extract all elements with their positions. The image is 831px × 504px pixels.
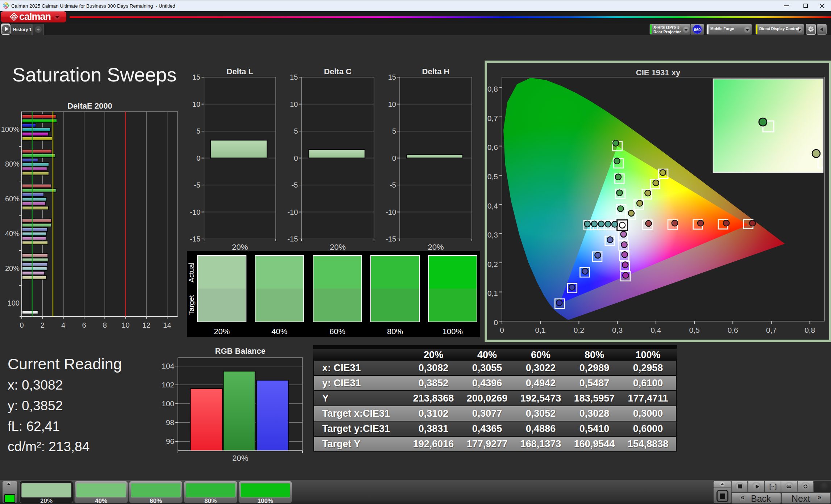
svg-text:0: 0 [392, 154, 396, 162]
svg-text:20%: 20% [5, 264, 20, 272]
svg-text:0: 0 [494, 318, 498, 327]
svg-text:0,8: 0,8 [805, 326, 815, 334]
svg-text:98: 98 [166, 418, 174, 427]
svg-text:100: 100 [162, 399, 174, 408]
svg-text:-15: -15 [386, 235, 396, 243]
svg-text:0,4: 0,4 [487, 202, 498, 210]
svg-text:DeltaE 2000: DeltaE 2000 [67, 102, 112, 110]
svg-text:5: 5 [294, 127, 298, 135]
svg-text:14: 14 [163, 321, 171, 329]
svg-text:10: 10 [388, 100, 396, 108]
svg-text:10: 10 [121, 321, 129, 329]
svg-text:4: 4 [61, 321, 65, 329]
svg-text:20%: 20% [330, 243, 346, 252]
svg-text:-5: -5 [390, 181, 396, 189]
svg-text:20%: 20% [428, 243, 444, 252]
svg-text:0: 0 [20, 321, 24, 329]
svg-text:RGB Balance: RGB Balance [215, 348, 265, 356]
svg-text:20%: 20% [232, 454, 248, 463]
svg-text:0,2: 0,2 [574, 326, 584, 334]
svg-text:8: 8 [103, 321, 107, 329]
svg-text:0,6: 0,6 [487, 143, 498, 151]
svg-text:100: 100 [8, 299, 20, 307]
svg-text:2: 2 [41, 321, 45, 329]
svg-text:0,5: 0,5 [487, 172, 498, 181]
svg-text:0: 0 [500, 326, 504, 334]
svg-text:0: 0 [196, 154, 200, 162]
svg-text:15: 15 [290, 73, 298, 81]
svg-text:80%: 80% [5, 160, 20, 168]
svg-text:104: 104 [162, 362, 174, 370]
svg-text:12: 12 [142, 321, 150, 329]
svg-text:Delta C: Delta C [324, 68, 352, 76]
svg-text:0,8: 0,8 [487, 85, 498, 93]
svg-text:15: 15 [388, 73, 396, 81]
svg-text:100%: 100% [1, 125, 20, 133]
svg-text:15: 15 [192, 73, 200, 81]
svg-text:-5: -5 [194, 181, 200, 189]
svg-text:6: 6 [82, 321, 86, 329]
svg-text:0,6: 0,6 [728, 326, 738, 334]
svg-text:10: 10 [290, 100, 298, 108]
svg-text:0: 0 [294, 154, 298, 162]
svg-text:-15: -15 [287, 235, 298, 243]
svg-text:5: 5 [196, 127, 200, 135]
svg-text:-10: -10 [190, 208, 200, 216]
svg-text:0,1: 0,1 [535, 326, 546, 334]
svg-text:0,4: 0,4 [651, 326, 661, 334]
svg-text:10: 10 [192, 100, 200, 108]
svg-text:0,5: 0,5 [689, 326, 699, 334]
svg-text:Delta H: Delta H [422, 68, 450, 76]
svg-text:-15: -15 [190, 235, 200, 243]
svg-text:0,1: 0,1 [487, 289, 498, 297]
svg-text:Delta L: Delta L [227, 68, 253, 76]
svg-text:20%: 20% [232, 243, 248, 252]
svg-text:0,3: 0,3 [487, 231, 498, 239]
svg-text:0,2: 0,2 [487, 260, 498, 268]
svg-text:0,3: 0,3 [612, 326, 623, 334]
svg-text:102: 102 [162, 381, 174, 389]
svg-text:96: 96 [166, 437, 174, 445]
svg-text:-5: -5 [291, 181, 298, 189]
svg-text:60%: 60% [5, 195, 20, 203]
svg-text:0,7: 0,7 [766, 326, 777, 334]
svg-text:CIE 1931 xy: CIE 1931 xy [636, 68, 681, 77]
svg-text:5: 5 [392, 127, 396, 135]
svg-text:0,7: 0,7 [487, 114, 498, 122]
svg-text:-10: -10 [386, 208, 396, 216]
svg-text:40%: 40% [5, 230, 20, 238]
svg-text:-10: -10 [287, 208, 298, 216]
